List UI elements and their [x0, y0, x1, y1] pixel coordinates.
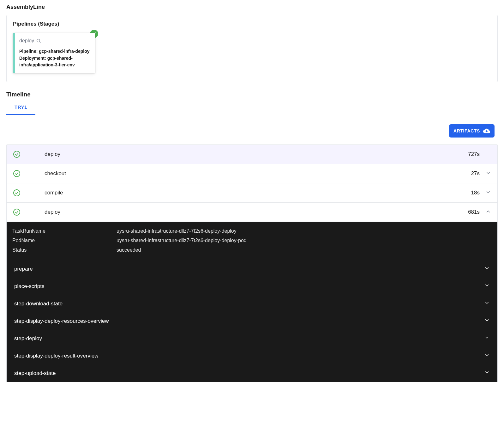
task-row[interactable]: compile18s: [7, 183, 497, 203]
svg-point-3: [14, 170, 20, 177]
search-icon[interactable]: [36, 38, 41, 43]
stage-pipeline-line: Pipeline: gcp-shared-infra-deploy: [19, 48, 91, 55]
step-row[interactable]: step-download-state: [7, 295, 497, 312]
chevron-down-icon: [484, 300, 490, 307]
task-meta-row: Statussucceeded: [12, 245, 492, 255]
chevron-down-icon: [480, 170, 491, 177]
step-row[interactable]: step-display-deploy-resources-overview: [7, 312, 497, 330]
step-row[interactable]: prepare: [7, 260, 497, 278]
chevron-down-icon: [484, 283, 490, 290]
svg-point-2: [14, 151, 20, 157]
pipelines-panel-title: Pipelines (Stages): [13, 21, 491, 27]
task-list: deploy727scheckout27scompile18sdeploy681…: [6, 144, 498, 382]
status-check-icon: [13, 150, 45, 158]
svg-point-0: [37, 39, 40, 42]
step-name: step-display-deploy-resources-overview: [14, 318, 109, 324]
task-duration: 681s: [454, 209, 480, 215]
svg-point-4: [14, 190, 20, 196]
step-name: step-deploy: [14, 335, 42, 342]
status-check-icon: [13, 208, 45, 216]
step-row[interactable]: place-scripts: [7, 278, 497, 295]
download-cloud-icon: [483, 127, 490, 134]
timeline-title: Timeline: [6, 91, 498, 98]
task-duration: 727s: [454, 151, 480, 157]
task-name: deploy: [45, 209, 454, 215]
step-row[interactable]: step-display-deploy-result-overview: [7, 347, 497, 364]
task-duration: 27s: [454, 170, 480, 177]
task-duration: 18s: [454, 190, 480, 196]
step-name: place-scripts: [14, 283, 44, 290]
chevron-down-icon: [480, 189, 491, 197]
status-check-icon: [13, 189, 45, 197]
meta-value: uysru-shared-infrastructure-dllz7-7t2s6-…: [117, 238, 247, 243]
chevron-down-icon: [484, 370, 490, 377]
chevron-down-icon: [484, 335, 490, 342]
assemblyline-title: AssemblyLine: [6, 4, 498, 10]
meta-label: PodName: [12, 238, 117, 243]
meta-label: Status: [12, 247, 117, 253]
stage-deployment-line: Deployment: gcp-shared-infra/application…: [19, 55, 91, 69]
pipelines-panel: Pipelines (Stages) deploy Pipeline: gcp-…: [6, 15, 498, 82]
tab-try1[interactable]: TRY1: [6, 100, 35, 115]
step-name: prepare: [14, 266, 33, 272]
task-name: checkout: [45, 170, 454, 177]
meta-label: TaskRunName: [12, 228, 117, 234]
chevron-down-icon: [484, 352, 490, 359]
task-row[interactable]: checkout27s: [7, 164, 497, 183]
chevron-up-icon: [480, 209, 491, 216]
task-row: deploy727s: [7, 145, 497, 164]
task-meta-row: TaskRunNameuysru-shared-infrastructure-d…: [12, 226, 492, 236]
task-row[interactable]: deploy681s: [7, 203, 497, 222]
task-detail-panel: TaskRunNameuysru-shared-infrastructure-d…: [7, 222, 497, 382]
task-name: compile: [45, 190, 454, 196]
step-name: step-upload-state: [14, 370, 56, 377]
status-check-icon: [13, 170, 45, 177]
artifacts-button-label: ARTIFACTS: [453, 128, 480, 133]
task-meta-row: PodNameuysru-shared-infrastructure-dllz7…: [12, 236, 492, 245]
stage-card[interactable]: deploy Pipeline: gcp-shared-infra-deploy…: [13, 33, 95, 73]
meta-value: uysru-shared-infrastructure-dllz7-7t2s6-…: [117, 228, 237, 234]
chevron-down-icon: [484, 317, 490, 325]
step-name: step-display-deploy-result-overview: [14, 353, 98, 359]
svg-point-5: [14, 209, 20, 215]
chevron-down-icon: [484, 265, 490, 272]
step-name: step-download-state: [14, 301, 63, 307]
step-row[interactable]: step-deploy: [7, 330, 497, 347]
svg-line-1: [39, 42, 40, 43]
timeline-tabs: TRY1: [6, 100, 498, 115]
step-row[interactable]: step-upload-state: [7, 364, 497, 382]
artifacts-button[interactable]: ARTIFACTS: [449, 124, 495, 138]
meta-value: succeeded: [117, 247, 141, 253]
stage-name: deploy: [19, 38, 34, 44]
task-name: deploy: [45, 151, 454, 157]
